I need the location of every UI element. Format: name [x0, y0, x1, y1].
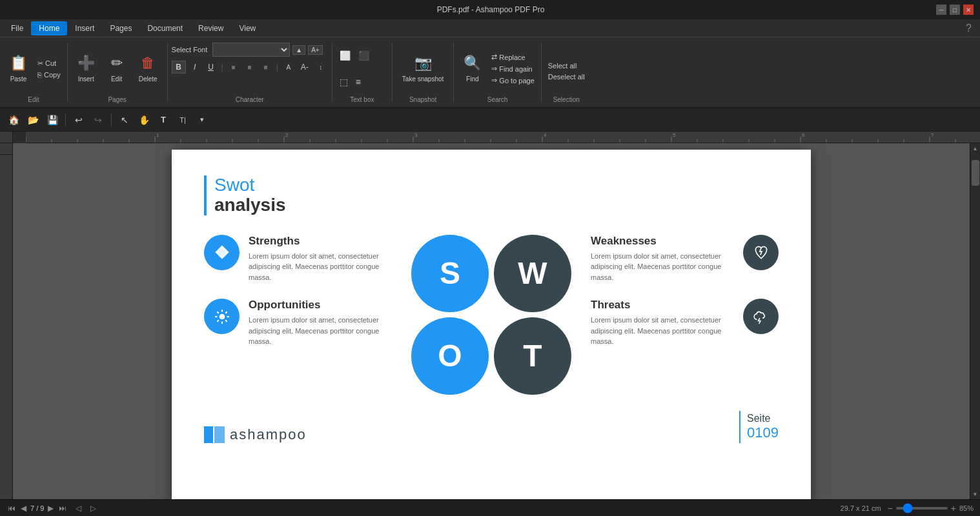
menu-view[interactable]: View [231, 21, 263, 35]
nav-prev-button[interactable]: ◀ [19, 504, 28, 513]
toolbar-separator-1 [65, 114, 66, 126]
menu-document[interactable]: Document [139, 21, 190, 35]
minimize-button[interactable]: ─ [936, 5, 946, 15]
menu-home[interactable]: Home [31, 21, 67, 35]
o-circle: O [411, 317, 489, 395]
italic-button[interactable]: I [188, 61, 202, 74]
menu-review[interactable]: Review [190, 21, 231, 35]
pointer-tool-button[interactable]: ↖ [116, 112, 133, 128]
textbox-btn-3[interactable]: ⬚ [336, 75, 351, 89]
page-number-text: Seite 0109 [747, 413, 779, 441]
paste-button[interactable]: 📋 Paste [4, 46, 33, 92]
page-number-bar [739, 411, 740, 443]
textbox-btn-4[interactable]: ≡ [352, 75, 364, 89]
find-button[interactable]: 🔍 Find [458, 46, 487, 92]
save-tool-button[interactable]: 💾 [44, 112, 61, 128]
nav-first-button[interactable]: ⏮ [6, 504, 17, 513]
home-tool-button[interactable]: 🏠 [5, 112, 22, 128]
page-number-area: Seite 0109 [739, 411, 779, 443]
ashampoo-logo: ashampoo [204, 426, 307, 443]
main-area: Swot analysis [0, 143, 980, 499]
cut-button[interactable]: ✂ Cut [35, 58, 63, 69]
help-icon[interactable]: ? [961, 23, 977, 34]
swot-circles-row-1: S W [411, 235, 571, 312]
select-all-button[interactable]: Select all [546, 61, 587, 71]
textbox-btn-1[interactable]: ⬜ [336, 48, 354, 63]
scroll-thumb[interactable] [972, 160, 979, 186]
broken-heart-icon [753, 244, 770, 261]
snapshot-icon: 📷 [414, 54, 432, 73]
align-left-button[interactable]: ≡ [227, 61, 241, 74]
menu-pages[interactable]: Pages [102, 21, 139, 35]
nav-last-button[interactable]: ⏭ [57, 504, 68, 513]
selection-section-label: Selection [546, 95, 587, 104]
nav-right-button[interactable]: ▷ [89, 504, 97, 513]
nav-next-button[interactable]: ▶ [46, 504, 55, 513]
swot-circles-row-2: O T [411, 317, 571, 395]
scroll-up-arrow[interactable]: ▲ [970, 143, 981, 154]
zoom-in-button[interactable]: + [951, 503, 956, 513]
svg-rect-0 [26, 132, 970, 143]
swot-word: Swot [214, 175, 286, 195]
delete-page-button[interactable]: 🗑 Delete [133, 46, 163, 92]
find-again-icon: ⇒ [491, 64, 497, 73]
bold-button[interactable]: B [172, 61, 186, 74]
underline-button[interactable]: U [204, 61, 218, 74]
close-button[interactable]: ✕ [963, 5, 974, 15]
pages-section-label: Pages [72, 95, 163, 104]
font-grow-button[interactable]: A+ [308, 45, 323, 55]
weaknesses-text: Weaknesses Lorem ipsum dolor sit amet, c… [591, 235, 734, 283]
page-navigation: ⏮ ◀ 7 / 9 ▶ ⏭ [6, 504, 68, 513]
scroll-down-arrow[interactable]: ▼ [970, 489, 981, 499]
align-right-button[interactable]: ≡ [259, 61, 273, 74]
maximize-button[interactable]: □ [950, 5, 960, 15]
opportunities-title: Opportunities [249, 299, 392, 312]
open-tool-button[interactable]: 📂 [25, 112, 41, 128]
swot-content: Strengths Lorem ipsum dolor sit amet, co… [204, 235, 779, 395]
menu-file[interactable]: File [3, 21, 31, 35]
threats-text: Threats Lorem ipsum dolor sit amet, cons… [591, 299, 734, 347]
menu-insert[interactable]: Insert [67, 21, 102, 35]
ruler-container: 1234567891011 [0, 132, 980, 143]
page-info: 7 / 9 [30, 504, 44, 512]
undo-tool-button[interactable]: ↩ [70, 112, 87, 128]
analysis-word: analysis [214, 195, 286, 215]
nav-left-button[interactable]: ◁ [74, 504, 83, 513]
zoom-out-button[interactable]: − [888, 503, 893, 513]
text-cursor-tool-button[interactable]: T| [174, 112, 191, 128]
insert-page-icon: ➕ [77, 54, 95, 73]
take-snapshot-button[interactable]: 📷 Take snapshot [396, 46, 450, 92]
svg-line-82 [225, 312, 227, 313]
font-family-select[interactable] [212, 43, 290, 57]
deselect-all-button[interactable]: Deselect all [546, 72, 587, 82]
align-center-button[interactable]: ≡ [243, 61, 257, 74]
font-size-up-button[interactable]: ▲ [292, 45, 305, 55]
w-circle: W [494, 235, 571, 312]
more-tools-button[interactable]: ▾ [194, 112, 210, 128]
font-shrink-button[interactable]: A- [298, 61, 312, 74]
go-to-page-button[interactable]: ⇒ Go to page [489, 75, 536, 86]
redo-tool-button[interactable]: ↪ [90, 112, 107, 128]
insert-page-button[interactable]: ➕ Insert [72, 46, 101, 92]
canvas-area[interactable]: Swot analysis [13, 143, 970, 499]
zoom-slider[interactable] [896, 507, 948, 510]
find-again-button[interactable]: ⇒ Find again [489, 63, 536, 74]
text-color-button[interactable]: A [281, 61, 296, 74]
text-tool-button[interactable]: T [155, 112, 172, 128]
strengths-body: Lorem ipsum dolor sit amet, consectetuer… [249, 251, 392, 283]
replace-button[interactable]: ⇄ Replace [489, 52, 536, 63]
edit-page-icon: ✏ [111, 54, 123, 73]
toolbar: 🏠 📂 💾 ↩ ↪ ↖ ✋ T T| ▾ [0, 108, 980, 132]
svg-point-74 [219, 313, 225, 319]
hand-tool-button[interactable]: ✋ [136, 112, 152, 128]
copy-button[interactable]: ⎘ Copy [35, 70, 63, 80]
line-height-button[interactable]: ↕ [314, 61, 328, 74]
edit-page-button[interactable]: ✏ Edit [103, 46, 131, 92]
status-right: 29.7 x 21 cm − + 85% [841, 503, 974, 513]
page-footer: ashampoo Seite 0109 [204, 411, 779, 443]
sun-icon [214, 308, 230, 325]
ruler-corner [0, 132, 13, 143]
right-scrollbar[interactable]: ▲ ▼ [970, 143, 980, 499]
textbox-btn-2[interactable]: ⬛ [355, 48, 373, 63]
ashampoo-logo-icon [204, 426, 225, 443]
